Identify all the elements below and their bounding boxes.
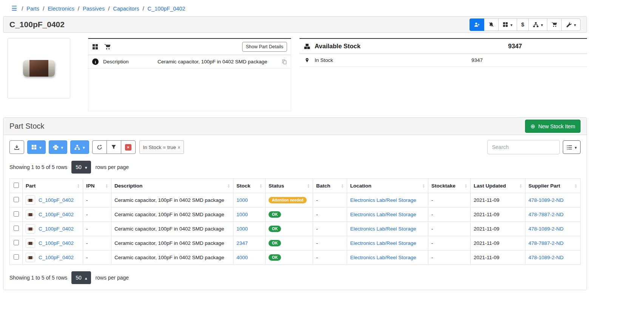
subscribe-button[interactable]	[469, 18, 484, 31]
clear-filters-button[interactable]	[121, 140, 136, 154]
available-stock-title: Available Stock	[315, 43, 360, 50]
stocktake-cell: -	[428, 251, 471, 265]
breadcrumb-separator: /	[43, 6, 44, 12]
page-size-select[interactable]: 50	[71, 161, 91, 174]
description-cell: Ceramic capacitor, 100pF in 0402 SMD pac…	[111, 208, 233, 222]
map-pin-icon	[305, 57, 309, 63]
remove-filter-icon[interactable]	[178, 145, 180, 149]
breadcrumb-link-current-part[interactable]: C_100pF_0402	[148, 6, 185, 12]
search-input[interactable]	[487, 140, 560, 154]
part-stock-title: Part Stock	[9, 122, 44, 131]
filter-button-group	[92, 140, 136, 154]
refresh-button[interactable]	[92, 140, 107, 154]
export-button[interactable]	[9, 140, 24, 154]
breadcrumb-separator: /	[78, 6, 79, 12]
supplier-part-link[interactable]: 478-1089-2-ND	[528, 197, 564, 203]
row-checkbox[interactable]	[14, 254, 19, 260]
filter-chip-label: In Stock = true	[143, 145, 176, 150]
location-link[interactable]: Electronics Lab/Reel Storage	[350, 255, 416, 260]
info-icon	[92, 58, 99, 65]
col-header-status[interactable]: Status	[266, 179, 313, 193]
show-part-details-button[interactable]: Show Part Details	[242, 42, 287, 52]
page: / Parts / Electronics / Passives / Capac…	[3, 2, 587, 290]
stock-link[interactable]: 1000	[236, 226, 248, 232]
batch-cell: -	[313, 193, 347, 208]
row-checkbox[interactable]	[14, 197, 19, 202]
part-link[interactable]: C_100pF_0402	[39, 226, 74, 232]
menu-icon[interactable]	[11, 5, 17, 12]
stock-options-dropdown-button[interactable]	[70, 140, 89, 154]
filter-button[interactable]	[107, 140, 121, 154]
new-stock-item-button[interactable]: New Stock Item	[525, 120, 581, 133]
build-actions-button[interactable]	[561, 18, 581, 31]
part-link[interactable]: C_100pF_0402	[39, 240, 74, 246]
part-details-section: Show Part Details Description Ceramic ca…	[3, 38, 587, 111]
supplier-part-link[interactable]: 478-1089-2-ND	[528, 226, 564, 232]
part-stock-header: Part Stock New Stock Item	[3, 118, 587, 135]
last-updated-cell: 2021-11-09	[471, 208, 525, 222]
status-badge: OK	[269, 226, 281, 232]
location-link[interactable]: Electronics Lab/Reel Storage	[350, 197, 416, 203]
stock-table: Part IPN Description Stock Status Batch …	[9, 178, 581, 265]
location-link[interactable]: Electronics Lab/Reel Storage	[350, 240, 416, 246]
boxes-icon	[304, 43, 310, 49]
user-plus-icon	[474, 22, 480, 28]
unsubscribe-button[interactable]	[484, 18, 499, 31]
row-checkbox[interactable]	[14, 211, 19, 217]
breadcrumb-link-capacitors[interactable]: Capacitors	[113, 6, 139, 12]
grid-icon	[503, 22, 508, 27]
select-all-checkbox[interactable]	[14, 183, 19, 188]
stock-link[interactable]: 4000	[236, 255, 248, 260]
supplier-part-link[interactable]: 478-7887-2-ND	[528, 212, 564, 217]
print-dropdown-button[interactable]	[49, 140, 68, 154]
col-header-ipn[interactable]: IPN	[83, 179, 111, 193]
display-options-button[interactable]	[498, 18, 517, 31]
columns-dropdown-button[interactable]	[27, 140, 46, 154]
order-part-button[interactable]	[547, 18, 562, 31]
col-header-stock[interactable]: Stock	[233, 179, 266, 193]
col-header-batch[interactable]: Batch	[313, 179, 347, 193]
supplier-part-link[interactable]: 478-7887-2-ND	[528, 240, 564, 246]
supplier-part-link[interactable]: 478-1089-2-ND	[528, 255, 564, 260]
part-link[interactable]: C_100pF_0402	[39, 212, 74, 217]
breadcrumb-link-electronics[interactable]: Electronics	[48, 6, 74, 12]
ipn-cell: -	[83, 222, 111, 236]
col-header-stocktake[interactable]: Stocktake	[428, 179, 471, 193]
part-link[interactable]: C_100pF_0402	[39, 197, 74, 203]
location-link[interactable]: Electronics Lab/Reel Storage	[350, 212, 416, 217]
row-checkbox[interactable]	[14, 226, 19, 231]
chevron-down-icon	[61, 145, 63, 150]
chevron-down-icon	[510, 22, 513, 28]
col-header-part[interactable]: Part	[23, 179, 83, 193]
layout-dropdown-button[interactable]	[563, 140, 581, 154]
copy-icon[interactable]	[282, 59, 287, 65]
col-header-description[interactable]: Description	[111, 179, 233, 193]
stocktake-cell: -	[428, 208, 471, 222]
page-size-select[interactable]: 50	[71, 271, 91, 284]
breadcrumb-link-passives[interactable]: Passives	[83, 6, 105, 12]
stock-link[interactable]: 1000	[236, 197, 248, 203]
status-badge: OK	[269, 211, 281, 218]
part-stock-body: In Stock = true Showing 1 to 5 of 5 rows…	[3, 135, 587, 290]
col-header-last-updated[interactable]: Last Updated	[471, 179, 525, 193]
row-checkbox[interactable]	[14, 240, 19, 245]
part-thumbnail[interactable]	[8, 38, 70, 98]
description-row: Description Ceramic capacitor, 100pF in …	[88, 55, 291, 69]
sort-icon	[575, 184, 577, 188]
location-link[interactable]: Electronics Lab/Reel Storage	[350, 226, 416, 232]
last-updated-cell: 2021-11-09	[471, 193, 525, 208]
stock-link[interactable]: 1000	[236, 212, 248, 217]
wrench-icon	[566, 22, 571, 28]
part-link[interactable]: C_100pF_0402	[39, 255, 74, 260]
status-badge: Attention needed	[269, 197, 307, 203]
pricing-button[interactable]	[517, 18, 529, 31]
stock-actions-button[interactable]	[528, 18, 548, 31]
breadcrumb-link-parts[interactable]: Parts	[26, 6, 39, 12]
sort-icon	[465, 184, 467, 188]
sort-icon	[227, 184, 230, 188]
col-header-supplier-part[interactable]: Supplier Part	[525, 179, 581, 193]
stock-link[interactable]: 2347	[236, 240, 248, 246]
sort-icon	[307, 184, 310, 188]
table-row: C_100pF_0402 - Ceramic capacitor, 100pF …	[10, 236, 581, 251]
col-header-location[interactable]: Location	[347, 179, 428, 193]
